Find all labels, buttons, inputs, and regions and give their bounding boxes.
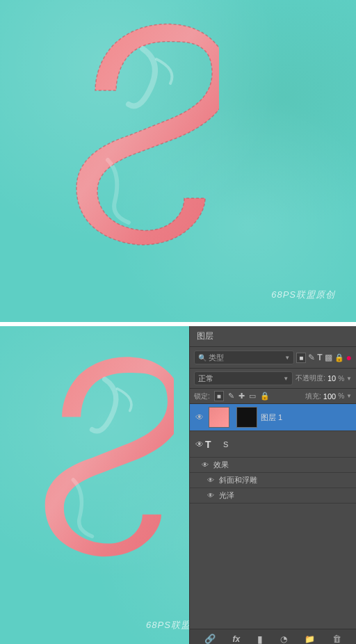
layer-item-text[interactable]: 👁 T S bbox=[190, 431, 356, 458]
layer-icon-brush[interactable]: ✎ bbox=[308, 353, 315, 362]
opacity-value: 10 bbox=[327, 374, 336, 383]
mask-btn[interactable]: ▮ bbox=[257, 634, 263, 645]
lock-icon-move[interactable]: ✚ bbox=[238, 392, 245, 401]
blend-dropdown-arrow: ▼ bbox=[283, 376, 289, 382]
blend-mode-dropdown[interactable]: 正常 ▼ bbox=[194, 371, 293, 385]
bevel-emboss-item[interactable]: 👁 斜面和浮雕 bbox=[190, 473, 356, 488]
opacity-group: 不透明度: 10 % ▼ bbox=[296, 373, 352, 383]
lock-icon-brush[interactable]: ✎ bbox=[228, 392, 234, 401]
layers-panel-header: 图层 bbox=[190, 326, 356, 347]
opacity-dropdown-arrow[interactable]: ▼ bbox=[346, 376, 352, 382]
blend-mode-value: 正常 bbox=[198, 373, 213, 384]
bevel-label: 斜面和浮雕 bbox=[219, 475, 257, 485]
layer-item-1[interactable]: 👁 图层 1 bbox=[190, 404, 356, 431]
lock-label: 锁定: bbox=[194, 392, 210, 401]
fill-label: 填充: bbox=[305, 392, 321, 401]
layers-toolbar: 🔗 fx ▮ ◔ 📁 🗑 bbox=[190, 629, 356, 644]
type-dropdown-arrow: ▼ bbox=[284, 355, 290, 361]
link-layers-btn[interactable]: 🔗 bbox=[204, 634, 216, 644]
opacity-percent: % bbox=[338, 375, 344, 383]
layers-search-row: 🔍 类型 ▼ ■ ✎ T ▩ 🔒 ● bbox=[190, 347, 356, 369]
fill-dropdown-arrow[interactable]: ▼ bbox=[346, 393, 352, 399]
layers-panel: 图层 🔍 类型 ▼ ■ ✎ T ▩ 🔒 ● 正常 ▼ 不透明度: bbox=[189, 326, 356, 644]
group-btn[interactable]: 📁 bbox=[305, 634, 315, 644]
layer-1-name: 图层 1 bbox=[261, 412, 352, 423]
search-icon: 🔍 bbox=[198, 354, 207, 362]
layer-icon-pixel[interactable]: ■ bbox=[296, 353, 306, 363]
layer-text-name: S bbox=[223, 440, 352, 449]
lock-icon-artboard[interactable]: ▭ bbox=[249, 392, 256, 401]
text-layer-icon: T bbox=[205, 439, 216, 450]
satin-eye[interactable]: 👁 bbox=[205, 492, 216, 499]
effects-header[interactable]: 👁 效果 bbox=[190, 458, 356, 473]
bevel-eye[interactable]: 👁 bbox=[205, 476, 216, 484]
layer-1-visibility-eye[interactable]: 👁 bbox=[194, 412, 205, 422]
effects-group: 👁 效果 👁 斜面和浮雕 👁 光泽 bbox=[190, 458, 356, 504]
fill-value: 100 bbox=[323, 392, 336, 401]
layers-title: 图层 bbox=[197, 331, 213, 341]
layer-icon-shape[interactable]: ▩ bbox=[325, 353, 332, 362]
layers-lock-row: 锁定: ■ ✎ ✚ ▭ 🔒 填充: 100 % ▼ bbox=[190, 389, 356, 404]
type-label: 类型 bbox=[209, 353, 224, 363]
fx-btn[interactable]: fx bbox=[233, 634, 241, 644]
opacity-label: 不透明度: bbox=[296, 373, 325, 383]
layer-thumb-pink bbox=[209, 408, 229, 427]
lock-icon-pixel[interactable]: ■ bbox=[214, 391, 224, 401]
layer-1-thumbnail-mask bbox=[236, 407, 257, 428]
lock-icon-all[interactable]: 🔒 bbox=[260, 392, 270, 401]
layer-1-thumbnail-img bbox=[209, 407, 229, 428]
layer-icon-dot[interactable]: ● bbox=[346, 352, 352, 363]
layers-blend-row: 正常 ▼ 不透明度: 10 % ▼ bbox=[190, 369, 356, 389]
layers-search-box[interactable]: 🔍 类型 ▼ bbox=[194, 351, 294, 364]
effects-eye[interactable]: 👁 bbox=[200, 461, 211, 469]
layer-text-visibility-eye[interactable]: 👁 bbox=[194, 440, 205, 449]
letter-s-bottom bbox=[10, 340, 174, 632]
satin-item[interactable]: 👁 光泽 bbox=[190, 488, 356, 504]
bottom-panel: 68PS联盟原创 图层 🔍 类型 ▼ ■ ✎ T ▩ 🔒 ● 正常 ▼ bbox=[0, 322, 356, 644]
layer-icon-lock[interactable]: 🔒 bbox=[334, 353, 344, 362]
fill-percent: % bbox=[338, 392, 344, 400]
effects-label: 效果 bbox=[213, 460, 229, 470]
layer-icon-text[interactable]: T bbox=[317, 353, 322, 362]
watermark-top: 68PS联盟原创 bbox=[271, 289, 335, 301]
adjustment-btn[interactable]: ◔ bbox=[280, 634, 287, 644]
fill-group: 填充: 100 % ▼ bbox=[305, 392, 352, 401]
satin-label: 光泽 bbox=[219, 490, 234, 501]
top-panel: 68PS联盟原创 bbox=[0, 0, 356, 322]
letter-s-top bbox=[38, 21, 219, 292]
delete-layer-btn[interactable]: 🗑 bbox=[332, 634, 341, 644]
